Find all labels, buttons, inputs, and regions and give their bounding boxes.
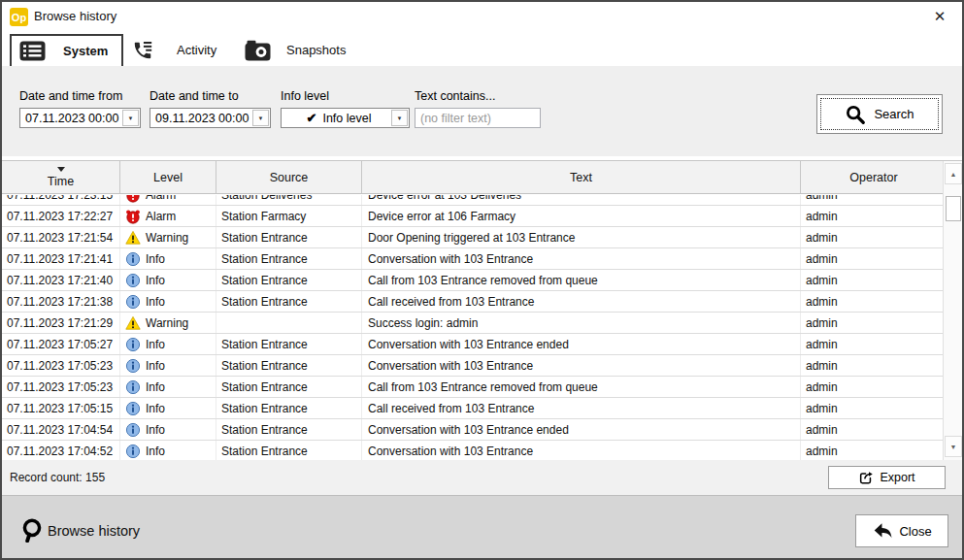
column-header-level-label: Level <box>153 171 183 184</box>
date-from-picker[interactable]: 07.11.2023 00:00 ▼ <box>19 108 141 128</box>
level-alarm-icon <box>125 209 141 224</box>
cell-text: Conversation with 103 Entrance ended <box>362 419 801 440</box>
cell-text: Conversation with 103 Entrance <box>362 248 801 269</box>
cell-level: Warning <box>120 227 216 247</box>
scroll-down-icon[interactable]: ▼ <box>945 436 962 457</box>
cell-text: Conversation with 103 Entrance <box>362 441 801 460</box>
cell-text: Call from 103 Entrance removed from queu… <box>362 377 801 397</box>
level-alarm-icon <box>125 195 141 203</box>
tab-activity[interactable]: Activity <box>124 34 233 66</box>
cell-source: Station Entrance <box>216 291 362 312</box>
checkmark-icon: ✔ <box>307 111 317 125</box>
info-level-select[interactable]: ✔ Info level ▼ <box>281 108 410 128</box>
table-row[interactable]: 07.11.2023 17:22:27 AlarmStation Farmacy… <box>2 206 947 227</box>
cell-source: Station Entrance <box>216 377 362 397</box>
cell-text: Device error at 103 Deliveries <box>362 195 801 205</box>
table-header: Time Level Source Text Operator <box>2 161 947 194</box>
table-row[interactable]: 07.11.2023 17:21:54 WarningStation Entra… <box>2 227 947 248</box>
info-level-label: Info level <box>281 89 329 103</box>
cell-level: Info <box>120 291 216 312</box>
tab-snapshots[interactable]: Snapshots <box>239 34 355 66</box>
date-from-label: Date and time from <box>19 89 122 103</box>
cell-time: 07.11.2023 17:21:54 <box>2 227 120 247</box>
level-label: Warning <box>146 316 188 330</box>
status-strip: Record count: 155 Export <box>2 460 962 495</box>
vertical-scrollbar[interactable]: ▲ ▼ <box>943 161 962 460</box>
camera-icon <box>245 40 271 61</box>
title-bar: Op Browse history ✕ <box>2 2 962 31</box>
cell-source: Station Entrance <box>216 248 362 269</box>
cell-text: Call from 103 Entrance removed from queu… <box>362 270 801 290</box>
cell-time: 07.11.2023 17:05:23 <box>2 377 120 397</box>
cell-text: Call received from 103 Entrance <box>362 291 801 312</box>
column-header-operator[interactable]: Operator <box>801 161 947 193</box>
cell-time: 07.11.2023 17:05:15 <box>2 398 120 418</box>
level-info-icon <box>125 273 141 288</box>
cell-operator: admin <box>801 398 947 418</box>
level-label: Info <box>146 295 165 309</box>
table-row[interactable]: 07.11.2023 17:05:15 InfoStation Entrance… <box>2 398 947 419</box>
scrollbar-thumb[interactable] <box>946 196 961 221</box>
cell-operator: admin <box>801 313 947 333</box>
cell-operator: admin <box>801 248 947 269</box>
cell-level: Info <box>120 398 216 418</box>
cell-text: Conversation with 103 Entrance ended <box>362 334 801 354</box>
table-row[interactable]: 07.11.2023 17:05:23 InfoStation Entrance… <box>2 377 947 398</box>
cell-operator: admin <box>801 334 947 354</box>
filter-panel: Date and time from Date and time to Info… <box>2 66 962 156</box>
back-arrow-icon <box>872 520 894 543</box>
cell-time: 07.11.2023 17:21:29 <box>2 313 120 333</box>
cell-time: 07.11.2023 17:05:27 <box>2 334 120 354</box>
table-row[interactable]: 07.11.2023 17:23:15 AlarmStation Deliver… <box>2 195 947 206</box>
cell-time: 07.11.2023 17:04:54 <box>2 419 120 440</box>
level-label: Info <box>146 338 165 351</box>
level-label: Alarm <box>146 195 176 202</box>
table-row[interactable]: 07.11.2023 17:21:38 InfoStation Entrance… <box>2 291 947 313</box>
scroll-up-icon[interactable]: ▲ <box>945 163 962 184</box>
tab-snapshots-label: Snapshots <box>286 43 346 57</box>
cell-text: Door Opening triggered at 103 Entrance <box>362 227 801 247</box>
table-row[interactable]: 07.11.2023 17:04:52 InfoStation Entrance… <box>2 441 947 460</box>
cell-time: 07.11.2023 17:21:38 <box>2 291 120 312</box>
cell-text: Call received from 103 Entrance <box>362 398 801 418</box>
tab-strip: System Activity Snapshots <box>2 31 962 66</box>
date-to-picker[interactable]: 09.11.2023 00:00 ▼ <box>150 108 271 128</box>
text-filter-input[interactable] <box>415 108 541 128</box>
table-row[interactable]: 07.11.2023 17:04:54 InfoStation Entrance… <box>2 419 947 441</box>
column-header-time[interactable]: Time <box>2 161 120 193</box>
footer-title: Browse history <box>48 523 140 539</box>
level-label: Warning <box>146 231 188 245</box>
column-header-text[interactable]: Text <box>362 161 801 193</box>
cell-operator: admin <box>801 377 947 397</box>
cell-text: Success login: admin <box>362 313 801 333</box>
cell-level: Info <box>120 419 216 440</box>
level-label: Info <box>146 274 165 287</box>
level-label: Alarm <box>146 210 176 223</box>
column-header-level[interactable]: Level <box>120 161 216 193</box>
cell-source: Station Entrance <box>216 398 362 418</box>
cell-level: Info <box>120 334 216 354</box>
sort-descending-icon <box>57 167 65 172</box>
level-info-icon <box>125 379 141 395</box>
table-row[interactable]: 07.11.2023 17:21:40 InfoStation Entrance… <box>2 270 947 291</box>
window-close-button[interactable]: ✕ <box>929 6 950 27</box>
date-to-dropdown-icon[interactable]: ▼ <box>252 110 269 126</box>
table-row[interactable]: 07.11.2023 17:21:29 WarningSuccess login… <box>2 313 947 334</box>
column-header-source[interactable]: Source <box>216 161 362 193</box>
cell-operator: admin <box>801 355 947 376</box>
close-button[interactable]: Close <box>855 514 948 547</box>
export-button[interactable]: Export <box>828 466 946 489</box>
tab-system[interactable]: System <box>10 34 123 66</box>
cell-source: Station Farmacy <box>216 206 362 226</box>
table-row[interactable]: 07.11.2023 17:05:23 InfoStation Entrance… <box>2 355 947 377</box>
info-level-dropdown-icon[interactable]: ▼ <box>391 110 408 126</box>
table-row[interactable]: 07.11.2023 17:21:41 InfoStation Entrance… <box>2 248 947 270</box>
cell-level: Info <box>120 270 216 290</box>
close-button-label: Close <box>899 524 931 539</box>
search-button[interactable]: Search <box>816 94 943 134</box>
tab-system-label: System <box>63 44 108 58</box>
date-from-dropdown-icon[interactable]: ▼ <box>122 110 139 126</box>
level-label: Info <box>146 380 165 394</box>
table-row[interactable]: 07.11.2023 17:05:27 InfoStation Entrance… <box>2 334 947 355</box>
cell-source <box>216 313 362 333</box>
